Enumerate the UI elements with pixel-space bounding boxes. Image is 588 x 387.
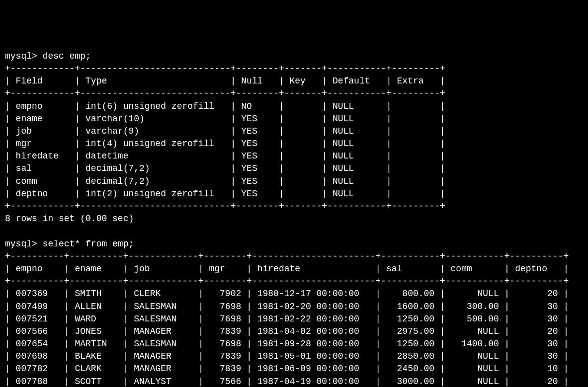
prompt: mysql> desc emp; <box>5 51 91 61</box>
table-header-row: | Field | Type | Null | Key | Default | … <box>5 76 445 86</box>
table-border: +------------+--------------------------… <box>5 88 445 98</box>
table-border: +----------+----------+-------------+---… <box>5 251 569 261</box>
terminal-output: mysql> desc emp; +------------+---------… <box>0 50 588 387</box>
table-header-row: | empno | ename | job | mgr | hiredate |… <box>5 264 569 274</box>
table-body: | 007369 | SMITH | CLERK | 7902 | 1980-1… <box>5 289 569 387</box>
table-border: +------------+--------------------------… <box>5 201 445 211</box>
table-border: +------------+--------------------------… <box>5 64 445 74</box>
result-summary: 8 rows in set (0.00 sec) <box>5 214 134 224</box>
table-border: +----------+----------+-------------+---… <box>5 276 569 286</box>
table-body: | empno | int(6) unsigned zerofill | NO … <box>5 101 445 199</box>
prompt: mysql> select* from emp; <box>5 239 134 249</box>
